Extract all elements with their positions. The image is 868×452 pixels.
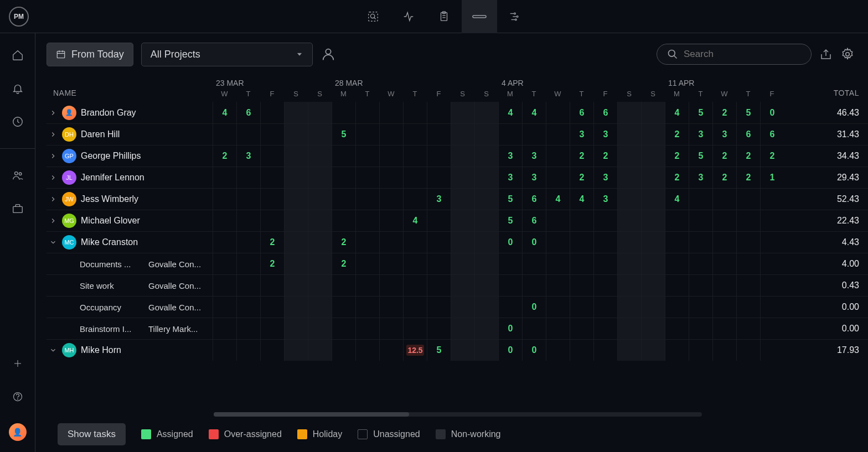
- day-cell[interactable]: [451, 297, 474, 318]
- day-cell[interactable]: [213, 189, 236, 210]
- day-cell[interactable]: 0: [498, 232, 522, 253]
- day-cell[interactable]: [617, 232, 641, 253]
- day-cell[interactable]: 0: [498, 318, 522, 339]
- day-cell[interactable]: [665, 297, 689, 318]
- day-cell[interactable]: [284, 102, 308, 123]
- day-cell[interactable]: [736, 340, 760, 361]
- day-cell[interactable]: [736, 210, 760, 231]
- day-cell[interactable]: 2: [260, 232, 284, 253]
- clipboard-icon[interactable]: [426, 0, 462, 33]
- day-cell[interactable]: [213, 340, 236, 361]
- day-cell[interactable]: 3: [522, 167, 546, 188]
- day-cell[interactable]: [379, 275, 403, 296]
- day-cell[interactable]: [617, 318, 641, 339]
- person-name[interactable]: Michael Glover: [81, 216, 140, 226]
- day-cell[interactable]: [403, 232, 427, 253]
- clock-icon[interactable]: [11, 115, 24, 128]
- day-cell[interactable]: [641, 318, 665, 339]
- day-cell[interactable]: [736, 232, 760, 253]
- day-cell[interactable]: [451, 210, 474, 231]
- task-name[interactable]: Documents ...: [80, 259, 144, 269]
- day-cell[interactable]: [379, 102, 403, 123]
- day-cell[interactable]: [236, 210, 260, 231]
- day-cell[interactable]: [474, 124, 498, 145]
- day-cell[interactable]: 2: [665, 146, 689, 167]
- day-cell[interactable]: [332, 318, 355, 339]
- day-cell[interactable]: [617, 102, 641, 123]
- day-cell[interactable]: [689, 275, 712, 296]
- help-icon[interactable]: [11, 390, 24, 403]
- day-cell[interactable]: [213, 124, 236, 145]
- day-cell[interactable]: [308, 340, 332, 361]
- day-cell[interactable]: [260, 124, 284, 145]
- day-cell[interactable]: [427, 232, 451, 253]
- day-cell[interactable]: 2: [570, 146, 593, 167]
- day-cell[interactable]: [236, 189, 260, 210]
- day-cell[interactable]: [284, 318, 308, 339]
- day-cell[interactable]: [498, 275, 522, 296]
- day-cell[interactable]: [355, 124, 379, 145]
- day-cell[interactable]: [213, 275, 236, 296]
- day-cell[interactable]: [689, 189, 712, 210]
- day-cell[interactable]: [260, 167, 284, 188]
- day-cell[interactable]: [712, 318, 736, 339]
- day-cell[interactable]: [451, 124, 474, 145]
- day-cell[interactable]: [427, 297, 451, 318]
- day-cell[interactable]: [332, 146, 355, 167]
- day-cell[interactable]: [355, 232, 379, 253]
- day-cell[interactable]: [641, 146, 665, 167]
- day-cell[interactable]: 2: [736, 146, 760, 167]
- day-cell[interactable]: [355, 275, 379, 296]
- day-cell[interactable]: 6: [522, 210, 546, 231]
- day-cell[interactable]: [474, 146, 498, 167]
- day-cell[interactable]: [213, 232, 236, 253]
- day-cell[interactable]: [712, 232, 736, 253]
- day-cell[interactable]: [641, 102, 665, 123]
- day-cell[interactable]: [427, 167, 451, 188]
- day-cell[interactable]: [403, 146, 427, 167]
- day-cell[interactable]: 3: [522, 146, 546, 167]
- day-cell[interactable]: [379, 146, 403, 167]
- day-cell[interactable]: [379, 124, 403, 145]
- day-cell[interactable]: 12.5: [403, 340, 427, 361]
- day-cell[interactable]: [522, 124, 546, 145]
- day-cell[interactable]: [736, 275, 760, 296]
- day-cell[interactable]: [641, 297, 665, 318]
- day-cell[interactable]: [546, 210, 570, 231]
- day-cell[interactable]: [403, 102, 427, 123]
- day-cell[interactable]: 3: [427, 189, 451, 210]
- day-cell[interactable]: [236, 318, 260, 339]
- day-cell[interactable]: [308, 146, 332, 167]
- day-cell[interactable]: [665, 340, 689, 361]
- day-cell[interactable]: [332, 297, 355, 318]
- day-cell[interactable]: 0: [498, 340, 522, 361]
- day-cell[interactable]: [308, 167, 332, 188]
- day-cell[interactable]: [474, 232, 498, 253]
- day-cell[interactable]: [260, 146, 284, 167]
- export-icon[interactable]: [819, 48, 833, 61]
- day-cell[interactable]: [474, 318, 498, 339]
- day-cell[interactable]: [546, 318, 570, 339]
- day-cell[interactable]: 2: [712, 102, 736, 123]
- day-cell[interactable]: [213, 318, 236, 339]
- day-cell[interactable]: [593, 210, 617, 231]
- current-user-avatar[interactable]: 👤: [9, 423, 27, 441]
- day-cell[interactable]: [665, 318, 689, 339]
- day-cell[interactable]: 2: [665, 124, 689, 145]
- day-cell[interactable]: [308, 253, 332, 274]
- day-cell[interactable]: [689, 318, 712, 339]
- briefcase-icon[interactable]: [11, 202, 24, 215]
- people-icon[interactable]: [11, 169, 24, 182]
- day-cell[interactable]: [403, 124, 427, 145]
- day-cell[interactable]: [617, 146, 641, 167]
- day-cell[interactable]: [284, 253, 308, 274]
- day-cell[interactable]: [474, 167, 498, 188]
- day-cell[interactable]: [213, 253, 236, 274]
- day-cell[interactable]: 2: [593, 146, 617, 167]
- day-cell[interactable]: [403, 297, 427, 318]
- day-cell[interactable]: [379, 297, 403, 318]
- expand-icon[interactable]: [49, 195, 58, 203]
- day-cell[interactable]: 4: [213, 102, 236, 123]
- day-cell[interactable]: [689, 340, 712, 361]
- day-cell[interactable]: [760, 210, 784, 231]
